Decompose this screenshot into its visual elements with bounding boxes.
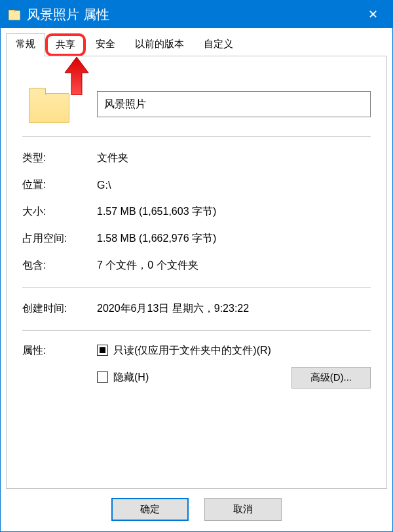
- row-location: 位置: G:\: [22, 172, 371, 199]
- divider: [22, 330, 371, 331]
- tab-previous-versions[interactable]: 以前的版本: [125, 33, 194, 56]
- value-size: 1.57 MB (1,651,603 字节): [97, 205, 216, 219]
- row-type: 类型: 文件夹: [22, 145, 371, 172]
- row-hidden: 隐藏(H) 高级(D)...: [97, 367, 371, 389]
- label-location: 位置:: [22, 178, 97, 192]
- value-type: 文件夹: [97, 151, 128, 165]
- checkbox-readonly[interactable]: 只读(仅应用于文件夹中的文件)(R): [97, 344, 271, 358]
- client-area: 常规 共享 安全 以前的版本 自定义: [1, 28, 392, 531]
- annotation-arrow: [64, 57, 90, 97]
- tab-share[interactable]: 共享: [45, 33, 86, 56]
- value-location: G:\: [97, 180, 111, 191]
- row-contains: 包含: 7 个文件，0 个文件夹: [22, 252, 371, 279]
- tab-general[interactable]: 常规: [6, 33, 45, 56]
- divider: [22, 136, 371, 137]
- titlebar: 风景照片 属性: [1, 1, 392, 28]
- ok-button[interactable]: 确定: [111, 498, 189, 521]
- checkbox-indeterminate-icon: [97, 345, 108, 356]
- label-hidden: 隐藏(H): [113, 371, 149, 383]
- checkbox-empty-icon: [97, 371, 108, 383]
- folder-name-input[interactable]: [97, 91, 371, 117]
- value-disk-size: 1.58 MB (1,662,976 字节): [97, 232, 216, 246]
- tab-customize[interactable]: 自定义: [194, 33, 243, 56]
- label-contains: 包含:: [22, 259, 97, 273]
- advanced-button[interactable]: 高级(D)...: [291, 367, 371, 389]
- svg-marker-0: [65, 57, 88, 95]
- row-size: 大小: 1.57 MB (1,651,603 字节): [22, 199, 371, 225]
- close-icon[interactable]: [360, 1, 386, 28]
- cancel-button[interactable]: 取消: [204, 498, 282, 521]
- folder-icon: [7, 9, 20, 20]
- window-title: 风景照片 属性: [27, 6, 360, 24]
- label-attributes: 属性:: [22, 344, 97, 358]
- dialog-footer: 确定 取消: [1, 489, 392, 531]
- value-created: 2020年6月13日 星期六，9:23:22: [97, 302, 249, 316]
- label-size: 大小:: [22, 205, 97, 219]
- tabstrip: 常规 共享 安全 以前的版本 自定义: [1, 28, 392, 56]
- label-created: 创建时间:: [22, 302, 97, 316]
- checkbox-hidden[interactable]: 隐藏(H): [97, 371, 149, 385]
- attributes-block: 属性: 只读(仅应用于文件夹中的文件)(R) 隐藏(H) 高级(D)...: [22, 339, 371, 394]
- tab-security[interactable]: 安全: [86, 33, 125, 56]
- tab-page-general: 类型: 文件夹 位置: G:\ 大小: 1.57 MB (1,651,603 字…: [6, 56, 387, 489]
- divider: [22, 287, 371, 288]
- value-contains: 7 个文件，0 个文件夹: [97, 259, 198, 273]
- row-disk-size: 占用空间: 1.58 MB (1,662,976 字节): [22, 225, 371, 252]
- label-readonly: 只读(仅应用于文件夹中的文件)(R): [113, 345, 271, 356]
- properties-dialog: 风景照片 属性 常规 共享 安全 以前的版本 自定义: [0, 0, 393, 532]
- label-disk-size: 占用空间:: [22, 232, 97, 246]
- row-readonly: 属性: 只读(仅应用于文件夹中的文件)(R): [22, 344, 371, 358]
- row-created: 创建时间: 2020年6月13日 星期六，9:23:22: [22, 295, 371, 322]
- label-type: 类型:: [22, 151, 97, 165]
